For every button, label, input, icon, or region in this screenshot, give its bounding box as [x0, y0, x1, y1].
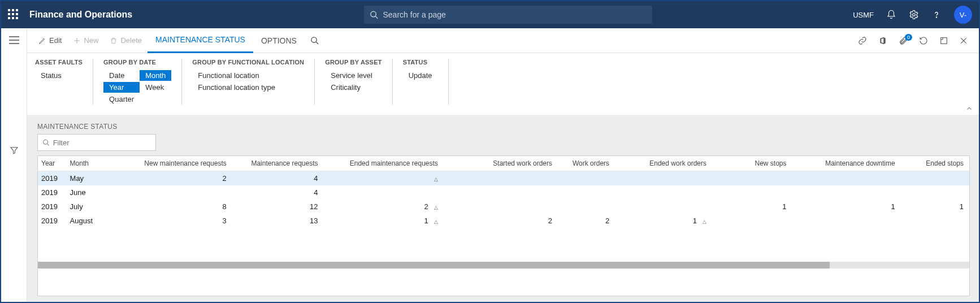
cell-new_stops: [712, 185, 792, 200]
triangle-icon: △: [434, 219, 438, 224]
delete-label: Delete: [120, 36, 142, 45]
ribbon-item-functional-location-type[interactable]: Functional location type: [192, 82, 281, 93]
cell-year: 2019: [38, 185, 67, 200]
cell-ended_wo: 1△: [615, 214, 712, 228]
help-icon[interactable]: [931, 10, 942, 20]
office-icon[interactable]: [873, 36, 893, 45]
cell-month: July: [67, 200, 129, 214]
cell-maint_down: [792, 185, 901, 200]
column-header-ended_req[interactable]: Ended maintenance requests: [324, 156, 444, 171]
gear-icon[interactable]: [909, 10, 919, 20]
pencil-icon: [38, 37, 46, 45]
ribbon-item-status[interactable]: Status: [35, 70, 67, 81]
filter-icon[interactable]: [10, 146, 19, 155]
triangle-icon: △: [703, 219, 706, 224]
cell-year: 2019: [38, 214, 67, 228]
ribbon-item-functional-location[interactable]: Functional location: [192, 70, 281, 81]
cell-work_orders: 2: [558, 214, 615, 228]
link-icon[interactable]: [852, 36, 873, 45]
cell-month: May: [67, 171, 129, 186]
cell-ended_req: △: [324, 171, 444, 186]
ribbon-group-title: ASSET FAULTS: [35, 59, 83, 66]
table-row[interactable]: 2019June4: [38, 185, 969, 200]
filter-box[interactable]: [37, 134, 156, 151]
column-header-month[interactable]: Month: [67, 156, 129, 171]
ribbon-group-title: STATUS: [403, 59, 438, 66]
popout-icon[interactable]: [934, 36, 954, 45]
cell-ended_stops: [901, 214, 969, 228]
hamburger-icon[interactable]: [9, 36, 19, 44]
column-header-new_stops[interactable]: New stops: [712, 156, 792, 171]
tab-options[interactable]: OPTIONS: [253, 28, 305, 53]
ribbon-item-update[interactable]: Update: [403, 70, 438, 81]
company-code[interactable]: USMF: [853, 11, 874, 19]
trash-icon: [110, 37, 118, 45]
filter-input[interactable]: [53, 138, 151, 147]
cell-new_stops: [712, 171, 792, 186]
collapse-ribbon-icon[interactable]: [965, 105, 973, 112]
ribbon-item-month[interactable]: Month: [140, 70, 171, 81]
ribbon-item-quarter[interactable]: Quarter: [103, 94, 140, 105]
ribbon-group: ASSET FAULTSStatus: [35, 59, 93, 105]
cell-started_wo: [444, 200, 558, 214]
ribbon-item-date[interactable]: Date: [103, 70, 140, 81]
search-icon: [310, 36, 319, 45]
ribbon-item-criticality[interactable]: Criticality: [325, 82, 378, 93]
column-header-year[interactable]: Year: [38, 156, 67, 171]
column-header-new_req[interactable]: New maintenance requests: [129, 156, 232, 171]
close-icon[interactable]: [954, 37, 973, 45]
cell-started_wo: [444, 171, 558, 186]
svg-line-15: [47, 144, 49, 145]
search-input[interactable]: [383, 10, 647, 19]
edit-label: Edit: [49, 36, 62, 45]
cell-ended_stops: [901, 185, 969, 200]
search-action[interactable]: [305, 28, 324, 53]
ribbon-item-week[interactable]: Week: [140, 82, 171, 93]
cell-ended_wo: [615, 171, 712, 186]
column-header-ended_stops[interactable]: Ended stops: [901, 156, 969, 171]
svg-point-2: [913, 14, 916, 16]
ribbon-group: GROUP BY ASSETService levelCriticality: [325, 59, 392, 105]
cell-new_req: 3: [129, 214, 232, 228]
tab-maintenance-status[interactable]: MAINTENANCE STATUS: [148, 28, 253, 53]
left-rail: [1, 28, 27, 302]
delete-button: Delete: [104, 28, 148, 53]
horizontal-scrollbar[interactable]: [38, 262, 969, 269]
column-header-started_wo[interactable]: Started work orders: [444, 156, 558, 171]
cell-new_stops: 1: [712, 200, 792, 214]
table-row[interactable]: 2019August3131△221△: [38, 214, 969, 228]
cell-ended_req: [324, 185, 444, 200]
search-icon: [370, 10, 378, 19]
table-row[interactable]: 2019May24△: [38, 171, 969, 186]
top-navbar: Finance and Operations USMF V-: [1, 1, 979, 28]
cell-year: 2019: [38, 171, 67, 186]
app-launcher-icon[interactable]: [8, 9, 19, 20]
cell-started_wo: [444, 185, 558, 200]
user-avatar[interactable]: V-: [954, 6, 972, 24]
attachments-icon[interactable]: 0: [893, 36, 913, 45]
refresh-icon[interactable]: [913, 36, 934, 45]
bell-icon[interactable]: [886, 10, 896, 20]
search-box[interactable]: [364, 6, 652, 24]
cell-month: August: [67, 214, 129, 228]
column-header-work_orders[interactable]: Work orders: [558, 156, 615, 171]
plus-icon: [73, 37, 81, 45]
edit-button[interactable]: Edit: [33, 28, 67, 53]
svg-line-1: [376, 16, 378, 19]
column-header-maint_req[interactable]: Maintenance requests: [232, 156, 324, 171]
ribbon-item-service-level[interactable]: Service level: [325, 70, 378, 81]
cell-work_orders: [558, 200, 615, 214]
section-title: MAINTENANCE STATUS: [37, 123, 970, 131]
cell-maint_down: 1: [792, 200, 901, 214]
ribbon-item-year[interactable]: Year: [103, 82, 140, 93]
cell-new_stops: [712, 214, 792, 228]
ribbon-group-title: GROUP BY FUNCTIONAL LOCATION: [192, 59, 304, 66]
table-row[interactable]: 2019July8122△111: [38, 200, 969, 214]
cell-maint_req: 4: [232, 185, 324, 200]
column-header-ended_wo[interactable]: Ended work orders: [615, 156, 712, 171]
column-header-maint_down[interactable]: Maintenance downtime: [792, 156, 901, 171]
data-grid[interactable]: YearMonthNew maintenance requestsMainten…: [37, 155, 970, 296]
cell-maint_req: 12: [232, 200, 324, 214]
cell-new_req: 2: [129, 171, 232, 186]
new-button: New: [67, 28, 104, 53]
